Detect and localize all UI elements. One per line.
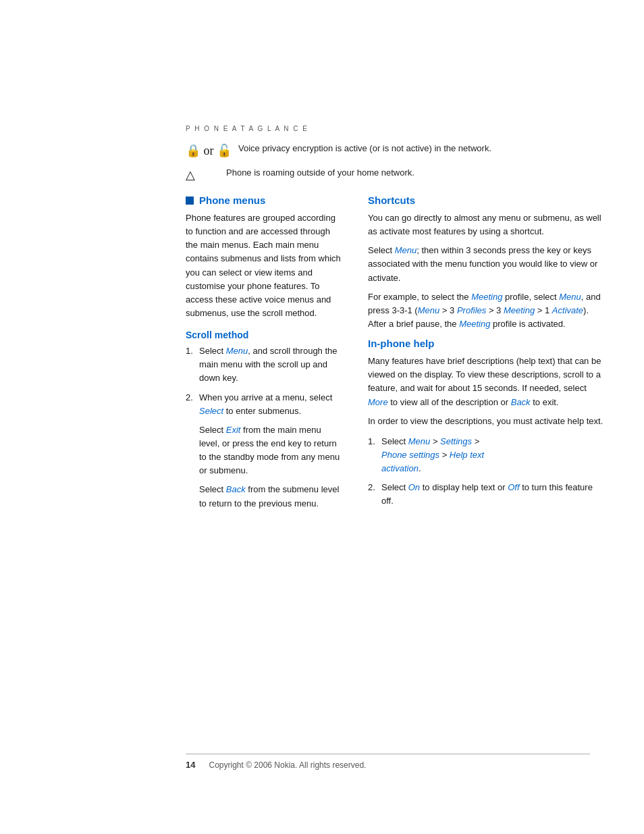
blue-box-icon xyxy=(186,197,194,205)
content-area: 🔒 or 🔓 Voice privacy encryption is activ… xyxy=(186,142,604,516)
list-number: 1. xyxy=(186,344,195,358)
phone-menus-heading-row: Phone menus xyxy=(186,194,341,206)
activate-link: Activate xyxy=(552,305,583,315)
lock-description: Voice privacy encryption is active (or i… xyxy=(238,142,491,155)
icon-row-lock: 🔒 or 🔓 Voice privacy encryption is activ… xyxy=(186,142,604,158)
help-para-2: In order to view the descriptions, you m… xyxy=(368,415,604,428)
profiles-link: Profiles xyxy=(457,305,486,315)
select-link: Select xyxy=(199,406,223,416)
settings-link: Settings xyxy=(440,436,472,446)
menu-link-3: Menu xyxy=(559,292,581,302)
page: P h o n e a t a g l a n c e 🔒 or 🔓 Voice… xyxy=(0,0,644,834)
phone-menus-body: Phone features are grouped according to … xyxy=(186,211,341,320)
list-number: 2. xyxy=(368,481,377,494)
list-number: 2. xyxy=(186,391,195,405)
menu-link-s: Menu xyxy=(395,245,417,255)
scroll-indent-1: Select Exit from the main menu level, or… xyxy=(199,423,341,478)
left-column: Phone menus Phone features are grouped a… xyxy=(186,194,341,516)
menu-link-h1: Menu xyxy=(408,436,431,446)
exit-link: Exit xyxy=(226,425,241,435)
help-steps-list: 1. Select Menu > Settings >Phone setting… xyxy=(368,435,604,509)
icon-row-roaming: △ Phone is roaming outside of your home … xyxy=(186,166,604,182)
phone-settings-link: Phone settings xyxy=(381,450,439,460)
two-col-layout: Phone menus Phone features are grouped a… xyxy=(186,194,604,516)
list-item-text: Select Menu > Settings >Phone settings >… xyxy=(381,435,484,475)
off-link: Off xyxy=(508,482,519,492)
section-header-label: P h o n e a t a g l a n c e xyxy=(186,125,308,132)
shortcuts-para-3: For example, to select the Meeting profi… xyxy=(368,290,604,331)
triangle-icon: △ xyxy=(186,167,219,182)
phone-menus-heading: Phone menus xyxy=(199,194,265,206)
more-link: More xyxy=(368,397,388,407)
help-para-1: Many features have brief descriptions (h… xyxy=(368,355,604,409)
meeting-link-1: Meeting xyxy=(471,292,502,302)
in-phone-help-body: Many features have brief descriptions (h… xyxy=(368,355,604,428)
list-item-text: Select On to display help text or Off to… xyxy=(381,481,604,508)
list-item: 1. Select Menu, and scroll through the m… xyxy=(186,344,341,385)
meeting-link-2: Meeting xyxy=(504,305,535,315)
right-column: Shortcuts You can go directly to almost … xyxy=(368,194,604,516)
page-footer: 14 Copyright © 2006 Nokia. All rights re… xyxy=(186,754,590,770)
shortcuts-para-1: You can go directly to almost any menu o… xyxy=(368,211,604,238)
list-item: 1. Select Menu > Settings >Phone setting… xyxy=(368,435,604,475)
roaming-description: Phone is roaming outside of your home ne… xyxy=(226,166,414,180)
menu-link-4: Menu xyxy=(418,305,440,315)
shortcuts-para-2: Select Menu; then within 3 seconds press… xyxy=(368,244,604,284)
lock-icon: 🔒 or 🔓 xyxy=(186,143,232,158)
back-link: Back xyxy=(226,484,246,494)
scroll-indent-2: Select Back from the submenu level to re… xyxy=(199,483,341,510)
copyright-text: Copyright © 2006 Nokia. All rights reser… xyxy=(209,760,366,770)
list-item-text: When you arrive at a menu, select Select… xyxy=(199,391,341,418)
shortcuts-heading: Shortcuts xyxy=(368,194,604,206)
menu-link-1: Menu xyxy=(226,346,248,356)
back-link-2: Back xyxy=(511,397,531,407)
in-phone-help-heading: In-phone help xyxy=(368,338,604,349)
scroll-method-list: 1. Select Menu, and scroll through the m… xyxy=(186,344,341,418)
list-item: 2. When you arrive at a menu, select Sel… xyxy=(186,391,341,418)
on-link: On xyxy=(408,482,420,492)
shortcuts-body: You can go directly to almost any menu o… xyxy=(368,211,604,331)
meeting-link-3: Meeting xyxy=(459,319,490,329)
scroll-method-heading: Scroll method xyxy=(186,330,341,340)
list-item: 2. Select On to display help text or Off… xyxy=(368,481,604,508)
list-item-text: Select Menu, and scroll through the main… xyxy=(199,344,341,385)
list-number: 1. xyxy=(368,435,377,448)
page-number: 14 xyxy=(186,760,195,770)
